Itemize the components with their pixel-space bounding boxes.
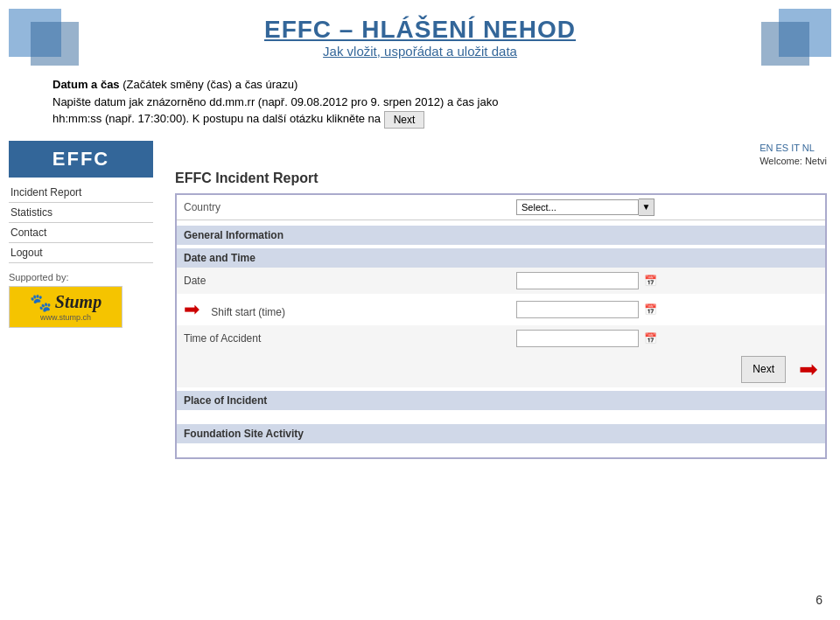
shift-start-row: ➡ Shift start (time) 📅: [177, 294, 825, 325]
next-button[interactable]: Next: [741, 356, 786, 383]
deco-square-tr2: [761, 22, 809, 66]
stump-logo-url: www.stump.ch: [40, 313, 91, 322]
shift-calendar-icon[interactable]: 📅: [642, 302, 658, 317]
section-header-foundation: Foundation Site Activity: [177, 424, 825, 443]
country-select-container: Select... ▼: [516, 199, 654, 216]
section-place-incident: Place of Incident: [177, 391, 825, 421]
date-input[interactable]: [516, 272, 639, 289]
welcome-text: Welcome: Netvi: [760, 156, 827, 166]
date-label: Date: [184, 275, 516, 287]
sub-title: Jak vložit, uspořádat a uložit data: [0, 44, 840, 59]
sidebar-logo-text: EFFC: [52, 148, 109, 170]
country-select-box[interactable]: Select...: [516, 199, 639, 215]
main-content: EFFC Incident Report Statistics Contact …: [0, 141, 840, 508]
deco-square-tl2: [31, 22, 79, 66]
section-general-info: General Information: [177, 226, 825, 245]
accident-time-label: Time of Accident: [184, 332, 516, 345]
stump-logo-text: Stump: [55, 292, 102, 312]
form-title: EFFC Incident Report: [175, 171, 827, 186]
sidebar-supported-label: Supported by:: [9, 272, 153, 282]
accident-calendar-icon[interactable]: 📅: [642, 331, 658, 346]
sidebar-nav: Incident Report Statistics Contact Logou…: [9, 183, 153, 263]
section-header-date-time: Date and Time: [177, 248, 825, 268]
desc-bold: Datum a čas: [52, 78, 120, 91]
date-input-area: 📅: [516, 272, 658, 289]
date-row: Date 📅: [177, 268, 825, 294]
sidebar-item-contact[interactable]: Contact: [9, 223, 153, 243]
date-calendar-icon[interactable]: 📅: [642, 273, 658, 289]
desc-line3: hh:mm:ss (např. 17:30:00). K postupu na …: [52, 112, 381, 125]
country-label: Country: [184, 201, 516, 213]
desc-line2: Napište datum jak znázorněno dd.mm.rr (n…: [52, 94, 788, 111]
section-header-general: General Information: [177, 226, 825, 245]
shift-input-area: 📅: [516, 301, 658, 318]
country-select-value: Select...: [522, 202, 556, 212]
desc-line1: (Začátek směny (čas) a čas úrazu): [120, 78, 298, 91]
stump-logo: 🐾 Stump www.stump.ch: [9, 286, 122, 328]
shift-start-input[interactable]: [516, 301, 639, 318]
sidebar-logo: EFFC: [9, 141, 153, 178]
desc-next-button[interactable]: Next: [384, 111, 425, 129]
next-row: Next ➡: [177, 352, 825, 387]
country-select-arrow[interactable]: ▼: [639, 199, 654, 216]
section-date-time: Date and Time Date 📅 ➡ Shift start (time…: [177, 248, 825, 387]
sidebar-item-incident-report[interactable]: Incident Report: [9, 183, 153, 203]
stump-icon: 🐾: [30, 292, 52, 313]
section-header-place: Place of Incident: [177, 391, 825, 410]
sidebar-item-logout[interactable]: Logout: [9, 243, 153, 263]
accident-time-row: Time of Accident 📅: [177, 325, 825, 352]
next-red-arrow: ➡: [799, 356, 818, 383]
sidebar-item-statistics[interactable]: Statistics: [9, 203, 153, 223]
section-foundation-site: Foundation Site Activity: [177, 424, 825, 454]
country-row: Country Select... ▼: [177, 195, 825, 220]
form-area: EN ES IT NL Welcome: Netvi EFFC Incident…: [162, 141, 840, 508]
shift-start-arrow-icon: ➡: [184, 298, 200, 320]
description-block: Datum a čas (Začátek směny (čas) a čas ú…: [0, 66, 840, 136]
lang-links: EN ES IT NL: [760, 143, 815, 153]
main-title: EFFC – HLÁŠENÍ NEHOD: [0, 16, 840, 44]
accident-time-input[interactable]: [516, 330, 639, 347]
form-topbar: EN ES IT NL Welcome: Netvi: [175, 141, 827, 167]
shift-start-label: ➡ Shift start (time): [184, 298, 516, 321]
title-section: EFFC – HLÁŠENÍ NEHOD Jak vložit, uspořád…: [0, 0, 840, 66]
page-number: 6: [816, 593, 822, 607]
accident-input-area: 📅: [516, 330, 658, 347]
sidebar: EFFC Incident Report Statistics Contact …: [0, 141, 162, 508]
form-outer-border: Country Select... ▼ General Information …: [175, 193, 827, 459]
